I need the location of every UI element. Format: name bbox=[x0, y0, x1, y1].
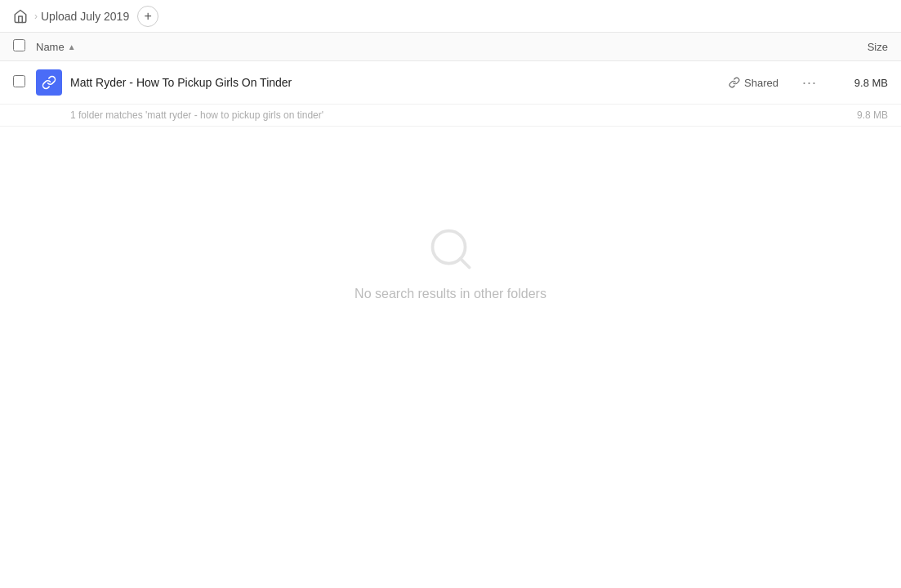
match-text: 1 folder matches 'matt ryder - how to pi… bbox=[13, 109, 831, 121]
select-all-checkbox[interactable] bbox=[13, 39, 25, 51]
size-column-header: Size bbox=[823, 41, 888, 53]
home-button[interactable] bbox=[13, 9, 28, 24]
no-results-text: No search results in other folders bbox=[355, 287, 546, 301]
shared-label: Shared bbox=[744, 77, 778, 89]
no-results-search-icon bbox=[426, 225, 475, 274]
file-icon bbox=[36, 69, 62, 96]
svg-line-1 bbox=[460, 259, 469, 268]
file-row[interactable]: Matt Ryder - How To Pickup Girls On Tind… bbox=[0, 61, 901, 105]
name-column-header[interactable]: Name ▲ bbox=[36, 41, 823, 53]
file-name: Matt Ryder - How To Pickup Girls On Tind… bbox=[70, 76, 722, 89]
more-options-button[interactable]: ··· bbox=[798, 71, 821, 94]
add-button[interactable]: + bbox=[137, 6, 158, 27]
breadcrumb-separator: › bbox=[34, 11, 38, 22]
file-size: 9.8 MB bbox=[831, 77, 888, 89]
column-headers: Name ▲ Size bbox=[0, 33, 901, 61]
select-all-checkbox-col bbox=[13, 39, 36, 54]
breadcrumb-header: › Upload July 2019 + bbox=[0, 0, 901, 33]
breadcrumb-title: Upload July 2019 bbox=[41, 10, 129, 23]
link-icon bbox=[729, 77, 740, 88]
match-size: 9.8 MB bbox=[831, 109, 888, 121]
sort-arrow-icon: ▲ bbox=[68, 42, 76, 51]
match-info-row: 1 folder matches 'matt ryder - how to pi… bbox=[0, 105, 901, 127]
more-icon: ··· bbox=[802, 74, 817, 91]
empty-state: No search results in other folders bbox=[0, 225, 901, 301]
row-checkbox[interactable] bbox=[13, 75, 25, 87]
shared-button[interactable]: Shared bbox=[722, 74, 785, 91]
row-checkbox-col bbox=[13, 75, 36, 90]
